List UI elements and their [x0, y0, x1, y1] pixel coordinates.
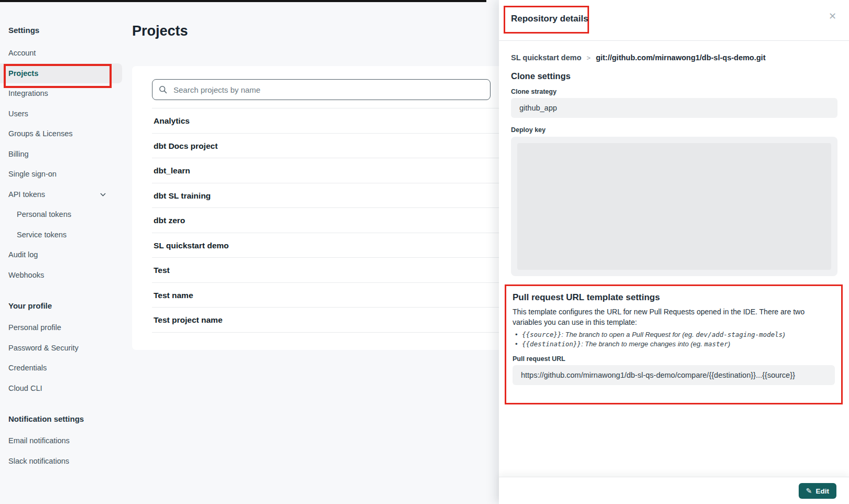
project-row-test-name[interactable]: Test name — [152, 282, 503, 308]
pr-variable-code: {{destination}} — [522, 340, 581, 348]
sidebar-item-label: Single sign-on — [8, 170, 57, 178]
sidebar-item-email-notifications[interactable]: Email notifications — [0, 431, 122, 451]
pr-variable-example: master — [704, 340, 728, 348]
deploy-key-label: Deploy key — [511, 126, 837, 134]
chevron-down-icon[interactable] — [100, 191, 106, 198]
pull-request-url-label: Pull request URL — [513, 355, 835, 363]
sidebar-item-personal-tokens[interactable]: Personal tokens — [0, 204, 122, 225]
sidebar-item-groups-licenses[interactable]: Groups & Licenses — [0, 124, 122, 144]
clone-settings-heading: Clone settings — [511, 71, 837, 81]
deploy-key-field[interactable] — [511, 137, 837, 276]
search-icon — [159, 85, 167, 94]
sidebar-nav: Settings AccountProjectsIntegrationsUser… — [0, 25, 124, 471]
sidebar-title: Settings — [0, 25, 124, 36]
sidebar-item-label: Account — [8, 49, 36, 57]
sidebar-item-integrations[interactable]: Integrations — [0, 83, 122, 104]
pr-variable-description: : The branch to open a Pull Request for … — [561, 331, 696, 338]
clone-strategy-field[interactable]: github_app — [511, 98, 837, 118]
project-row-dbt-docs-project[interactable]: dbt Docs project — [152, 133, 503, 158]
edit-pencil-icon: ✎ — [806, 487, 812, 495]
sidebar-item-label: Credentials — [8, 364, 47, 372]
sidebar-item-label: Groups & Licenses — [8, 129, 73, 138]
sidebar-item-label: Password & Security — [8, 344, 79, 352]
sidebar-item-label: API tokens — [8, 190, 45, 199]
sidebar-item-label: Service tokens — [17, 231, 67, 239]
sidebar-item-label: Personal profile — [8, 323, 61, 332]
panel-header: Repository details ✕ — [499, 0, 849, 41]
sidebar-item-label: Personal tokens — [17, 210, 71, 218]
edit-button[interactable]: ✎ Edit — [799, 483, 836, 499]
project-row-sl-quickstart-demo[interactable]: SL quickstart demo — [152, 233, 503, 258]
pr-variable-code: {{source}} — [522, 331, 561, 338]
sidebar-item-label: Projects — [8, 69, 38, 78]
sidebar-item-label: Email notifications — [8, 436, 70, 445]
sidebar-item-api-tokens[interactable]: API tokens — [0, 184, 122, 205]
pr-template-description: This template configures the URL for new… — [513, 306, 835, 327]
sidebar-item-credentials[interactable]: Credentials — [0, 358, 122, 378]
sidebar-item-projects[interactable]: Projects — [0, 63, 122, 84]
sidebar-item-personal-profile[interactable]: Personal profile — [0, 317, 122, 338]
projects-card: Analyticsdbt Docs projectdbt_learndbt SL… — [132, 66, 503, 350]
panel-title: Repository details — [511, 14, 588, 24]
project-row-analytics[interactable]: Analytics — [152, 108, 503, 133]
sidebar-item-label: Integrations — [8, 89, 48, 97]
pr-variable-example: dev/add-staging-models — [696, 331, 783, 338]
sidebar-item-users[interactable]: Users — [0, 104, 122, 124]
project-row-dbt-learn[interactable]: dbt_learn — [152, 158, 503, 183]
project-row-test[interactable]: Test — [152, 257, 503, 282]
project-row-test-project-name[interactable]: Test project name — [152, 307, 503, 332]
pr-variable-suffix: ) — [728, 340, 730, 348]
projects-list: Analyticsdbt Docs projectdbt_learndbt SL… — [152, 108, 503, 333]
breadcrumb-project[interactable]: SL quickstart demo — [511, 53, 581, 62]
pr-variable-item: {{source}}: The branch to open a Pull Re… — [513, 330, 835, 339]
sidebar-item-label: Webhooks — [8, 271, 44, 279]
sidebar-section-heading-your-profile: Your profile — [0, 301, 124, 311]
sidebar-item-webhooks[interactable]: Webhooks — [0, 265, 122, 286]
pr-variable-item: {{destination}}: The branch to merge cha… — [513, 339, 835, 349]
deploy-key-value — [517, 143, 831, 270]
search-input[interactable] — [172, 85, 484, 95]
page-title: Projects — [132, 23, 188, 39]
sidebar-item-slack-notifications[interactable]: Slack notifications — [0, 451, 122, 472]
sidebar-item-audit-log[interactable]: Audit log — [0, 245, 122, 265]
sidebar-section-heading-notification-settings: Notification settings — [0, 414, 124, 424]
sidebar-item-label: Audit log — [8, 250, 38, 259]
pr-variable-description: : The branch to merge changes into (eg. — [581, 340, 704, 348]
sidebar-items: AccountProjectsIntegrationsUsersGroups &… — [0, 43, 124, 471]
pull-request-url-field[interactable]: https://github.com/mirnawong1/db-sl-qs-d… — [513, 365, 835, 385]
project-row-dbt-zero[interactable]: dbt zero — [152, 207, 503, 233]
breadcrumb-repo-url: git://github.com/mirnawong1/db-sl-qs-dem… — [596, 53, 766, 62]
search-box[interactable] — [152, 79, 491, 100]
project-row-dbt-sl-training[interactable]: dbt SL training — [152, 183, 503, 208]
pr-variable-list: {{source}}: The branch to open a Pull Re… — [513, 330, 835, 349]
breadcrumb-chevron-icon: > — [586, 54, 591, 62]
sidebar-item-account[interactable]: Account — [0, 43, 122, 63]
close-icon[interactable]: ✕ — [828, 10, 837, 22]
pr-template-heading: Pull request URL template settings — [513, 292, 835, 303]
sidebar-item-password-security[interactable]: Password & Security — [0, 338, 122, 358]
sidebar-item-label: Cloud CLI — [8, 384, 42, 392]
sidebar-item-single-sign-on[interactable]: Single sign-on — [0, 164, 122, 184]
panel-body: SL quickstart demo>git://github.com/mirn… — [499, 41, 849, 477]
pull-request-section-annotation-box: Pull request URL template settings This … — [505, 284, 843, 404]
sidebar-item-label: Slack notifications — [8, 457, 69, 465]
repository-details-panel: Repository details ✕ SL quickstart demo>… — [499, 0, 849, 504]
clone-strategy-label: Clone strategy — [511, 88, 837, 95]
panel-footer: ✎ Edit — [499, 477, 849, 504]
sidebar-item-label: Billing — [8, 150, 29, 158]
sidebar-item-billing[interactable]: Billing — [0, 144, 122, 165]
top-loading-bar — [0, 0, 486, 2]
sidebar-item-cloud-cli[interactable]: Cloud CLI — [0, 378, 122, 399]
sidebar-item-label: Users — [8, 109, 28, 118]
pr-variable-suffix: ) — [782, 331, 785, 338]
sidebar-item-service-tokens[interactable]: Service tokens — [0, 225, 122, 245]
edit-button-label: Edit — [816, 487, 830, 495]
breadcrumb: SL quickstart demo>git://github.com/mirn… — [511, 53, 837, 62]
